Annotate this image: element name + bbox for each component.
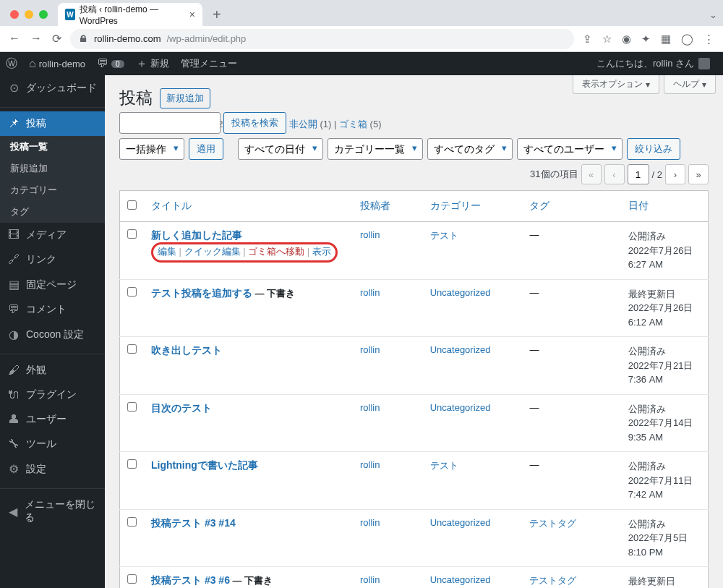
row-checkbox[interactable] [127, 229, 137, 239]
sidebar-item-users[interactable]: 👤︎ユーザー [0, 407, 105, 432]
category-link[interactable]: テスト [430, 460, 458, 471]
new-content-link[interactable]: ＋新規 [130, 52, 175, 75]
search-button[interactable]: 投稿を検索 [223, 112, 286, 134]
sidebar-item-comments[interactable]: 💬︎コメント [0, 297, 105, 322]
prev-page-button[interactable]: ‹ [604, 164, 625, 184]
select-all-checkbox[interactable] [127, 200, 137, 210]
author-link[interactable]: rollin [360, 574, 380, 585]
post-title-link[interactable]: Lightningで書いた記事 [151, 459, 258, 471]
sidebar-item-dashboard[interactable]: ⊙ダッシュボード [0, 75, 105, 101]
filter-private-link[interactable]: 非公開 [289, 119, 317, 129]
sidebar-item-plugins[interactable]: 🔌︎プラグイン [0, 383, 105, 407]
sidebar-item-appearance[interactable]: 🖌︎外観 [0, 358, 105, 383]
row-edit-link[interactable]: 編集 [158, 246, 176, 257]
site-name-link[interactable]: ⌂rollin-demo [23, 52, 91, 75]
comments-link[interactable]: 💬︎0 [91, 52, 130, 75]
category-filter-select[interactable]: カテゴリー一覧 [328, 138, 423, 160]
row-checkbox[interactable] [127, 517, 137, 527]
column-header-title[interactable]: タイトル [151, 200, 192, 211]
post-title-link[interactable]: 投稿テスト #3 #6 [151, 574, 230, 586]
user-filter-select[interactable]: すべてのユーザー [517, 138, 623, 160]
next-page-button[interactable]: › [665, 164, 685, 184]
author-link[interactable]: rollin [360, 402, 380, 413]
sidebar-sub-categories[interactable]: カテゴリー [0, 179, 105, 201]
apply-button[interactable]: 適用 [189, 138, 223, 160]
sidebar-collapse[interactable]: ◀メニューを閉じる [0, 493, 105, 530]
post-title-link[interactable]: 目次のテスト [151, 402, 212, 414]
sidebar-sub-all-posts[interactable]: 投稿一覧 [0, 136, 105, 158]
column-header-date[interactable]: 日付 [628, 200, 649, 211]
share-icon[interactable]: ⇪ [583, 33, 592, 46]
sidebar-item-tools[interactable]: 🔧︎ツール [0, 432, 105, 456]
browser-tab[interactable]: W 投稿 ‹ rollin-demo — WordPres × [58, 3, 202, 26]
manage-menu-link[interactable]: 管理メニュー [175, 52, 243, 75]
row-checkbox[interactable] [127, 287, 137, 297]
bookmark-icon[interactable]: ☆ [602, 33, 612, 46]
date-filter-select[interactable]: すべての日付 [238, 138, 323, 160]
search-input[interactable] [119, 112, 221, 134]
tag-link[interactable]: テストタグ [529, 518, 576, 529]
sidebar-item-links[interactable]: 🔗︎リンク [0, 247, 105, 272]
author-link[interactable]: rollin [360, 229, 380, 240]
category-link[interactable]: Uncategorized [430, 287, 491, 298]
first-page-button[interactable]: « [581, 164, 602, 184]
category-link[interactable]: Uncategorized [430, 402, 491, 413]
mac-window-controls[interactable] [6, 10, 52, 19]
category-link[interactable]: Uncategorized [430, 574, 491, 585]
chrome-menu-icon[interactable]: ⋮ [703, 33, 714, 46]
bulk-action-select[interactable]: 一括操作 [119, 138, 184, 160]
date-cell: 公開済み2022年7月14日9:35 AM [621, 394, 709, 452]
author-link[interactable]: rollin [360, 517, 380, 528]
post-title-link[interactable]: 新しく追加した記事 [151, 229, 242, 241]
forward-button[interactable]: → [30, 32, 42, 46]
post-title-link[interactable]: 投稿テスト #3 #14 [151, 517, 236, 529]
address-bar[interactable]: 🔒︎ rollin-demo.com/wp-admin/edit.php [70, 29, 574, 49]
howdy-link[interactable]: こんにちは、rollin さん [591, 52, 716, 75]
row-checkbox[interactable] [127, 574, 137, 584]
tab-close-icon[interactable]: × [187, 9, 195, 20]
chrome-tabs-chevron-icon[interactable]: ⌄ [709, 9, 717, 20]
sidebar-item-posts[interactable]: 📌︎投稿 [0, 111, 105, 136]
apps-grid-icon[interactable]: ▦ [661, 33, 671, 46]
new-tab-button[interactable]: + [208, 7, 226, 23]
screen-options-button[interactable]: 表示オプション ▾ [573, 75, 659, 94]
row-checkbox[interactable] [127, 459, 137, 469]
sidebar-sub-new-post[interactable]: 新規追加 [0, 158, 105, 179]
extensions-icon[interactable]: ✦ [641, 33, 651, 46]
reload-button[interactable]: ⟳ [52, 32, 61, 46]
last-page-button[interactable]: » [688, 164, 709, 184]
row-trash-link[interactable]: ゴミ箱へ移動 [248, 246, 304, 257]
post-title-link[interactable]: 吹き出しテスト [151, 344, 222, 356]
category-link[interactable]: テスト [430, 230, 458, 241]
tag-link[interactable]: テストタグ [529, 575, 576, 586]
author-link[interactable]: rollin [360, 287, 380, 298]
row-quickedit-link[interactable]: クイック編集 [184, 246, 241, 257]
camera-icon[interactable]: ◉ [622, 33, 631, 46]
table-row: 吹き出しテスト rollin Uncategorized — 公開済み2022年… [120, 337, 709, 395]
filter-trash-link[interactable]: ゴミ箱 [339, 119, 367, 129]
sidebar-item-media[interactable]: 🎞︎メディア [0, 223, 105, 247]
tag-filter-select[interactable]: すべてのタグ [427, 138, 513, 160]
minimize-window-icon[interactable] [25, 10, 33, 19]
profile-avatar-icon[interactable]: ◯ [681, 33, 693, 46]
filter-button[interactable]: 絞り込み [627, 138, 680, 160]
row-view-link[interactable]: 表示 [312, 246, 331, 257]
zoom-window-icon[interactable] [39, 10, 48, 19]
row-checkbox[interactable] [127, 344, 137, 354]
sidebar-sub-tags[interactable]: タグ [0, 201, 105, 223]
row-checkbox[interactable] [127, 402, 137, 412]
back-button[interactable]: ← [9, 32, 20, 46]
close-window-icon[interactable] [10, 10, 19, 19]
add-new-button[interactable]: 新規追加 [160, 88, 210, 108]
wp-logo[interactable]: ⓦ [0, 52, 23, 75]
sidebar-item-cocoon[interactable]: ◑Cocoon 設定 [0, 322, 105, 347]
page-number-input[interactable] [628, 164, 649, 184]
help-button[interactable]: ヘルプ ▾ [664, 75, 716, 94]
category-link[interactable]: Uncategorized [430, 517, 491, 528]
post-title-link[interactable]: テスト投稿を追加する [151, 287, 252, 299]
author-link[interactable]: rollin [360, 344, 380, 355]
sidebar-item-pages[interactable]: ▤固定ページ [0, 272, 105, 297]
author-link[interactable]: rollin [360, 459, 380, 470]
category-link[interactable]: Uncategorized [430, 344, 491, 355]
sidebar-item-settings[interactable]: ⚙︎設定 [0, 456, 105, 482]
